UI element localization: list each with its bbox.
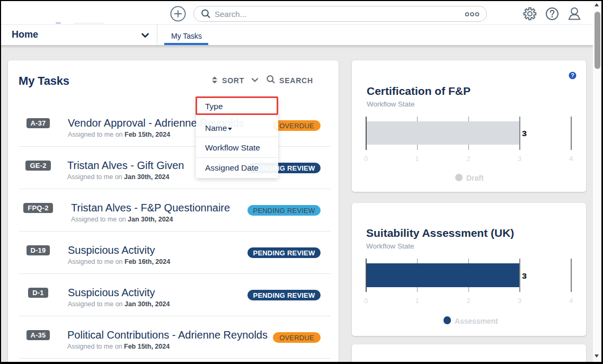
svg-text:?: ? [571,72,574,78]
